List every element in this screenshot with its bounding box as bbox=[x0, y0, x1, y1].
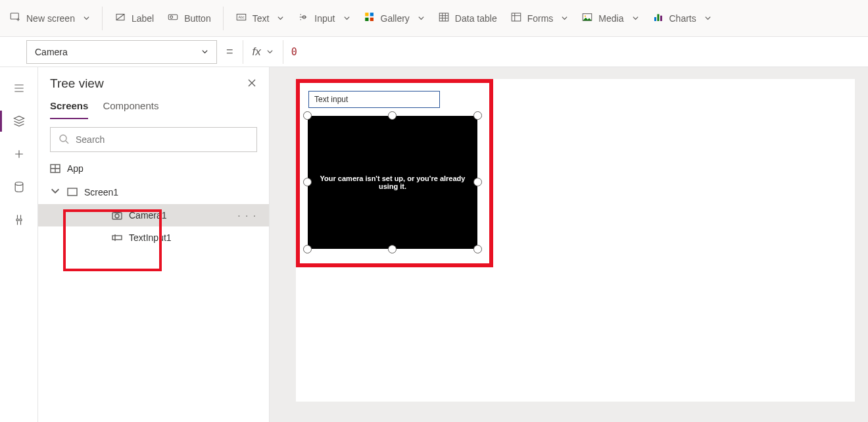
forms-icon bbox=[510, 11, 522, 25]
button-control[interactable]: Button bbox=[160, 6, 217, 30]
charts-icon bbox=[652, 11, 664, 25]
svg-rect-9 bbox=[365, 18, 368, 21]
camera-message: Your camera isn't set up, or you're alre… bbox=[308, 174, 477, 190]
resize-handle[interactable] bbox=[388, 245, 397, 253]
tree-textinput1[interactable]: TextInput1 bbox=[38, 226, 269, 249]
design-canvas[interactable]: Text input Your camera isn't set up, or … bbox=[296, 79, 855, 402]
chevron-down-icon bbox=[418, 13, 425, 24]
formula-input[interactable] bbox=[283, 40, 868, 64]
resize-handle[interactable] bbox=[303, 245, 312, 253]
text-menu[interactable]: Abc Text bbox=[229, 6, 291, 30]
equals-sign: = bbox=[226, 45, 233, 59]
svg-point-18 bbox=[15, 182, 23, 186]
separator bbox=[102, 7, 103, 30]
text-label: Text bbox=[253, 13, 270, 24]
media-menu[interactable]: Media bbox=[575, 6, 645, 30]
screen-icon bbox=[9, 11, 21, 25]
resize-handle[interactable] bbox=[473, 111, 482, 120]
svg-text:Abc: Abc bbox=[238, 15, 244, 19]
left-rail bbox=[0, 67, 38, 422]
svg-rect-26 bbox=[115, 211, 119, 213]
chevron-down-icon bbox=[277, 13, 284, 24]
chevron-down-icon bbox=[83, 13, 90, 24]
resize-handle[interactable] bbox=[473, 245, 482, 253]
ribbon: New screen Label Button Abc Text Input G… bbox=[0, 0, 868, 37]
svg-point-14 bbox=[585, 15, 586, 16]
tree-app[interactable]: App bbox=[38, 157, 269, 180]
chevron-down-icon bbox=[704, 13, 711, 24]
tree-camera1[interactable]: Camera1 · · · bbox=[38, 204, 269, 226]
canvas-area: Text input Your camera isn't set up, or … bbox=[270, 67, 868, 422]
svg-rect-27 bbox=[112, 236, 122, 240]
rail-tree-view[interactable] bbox=[6, 108, 32, 134]
chevron-down-icon bbox=[50, 186, 60, 198]
label-button[interactable]: Label bbox=[108, 6, 160, 30]
input-menu[interactable]: Input bbox=[291, 6, 356, 30]
button-label: Button bbox=[184, 13, 210, 24]
media-label: Media bbox=[598, 13, 623, 24]
search-input[interactable] bbox=[76, 134, 249, 145]
fx-label: fx bbox=[253, 45, 261, 59]
text-input-value: Text input bbox=[314, 95, 348, 104]
new-screen-label: New screen bbox=[26, 13, 75, 24]
table-icon bbox=[438, 11, 450, 25]
tab-components[interactable]: Components bbox=[103, 96, 158, 119]
tree-textinput1-label: TextInput1 bbox=[129, 232, 172, 243]
fx-button[interactable]: fx bbox=[243, 45, 283, 59]
rail-tools[interactable] bbox=[6, 207, 32, 233]
gallery-label: Gallery bbox=[381, 13, 410, 24]
camera-control[interactable]: Your camera isn't set up, or you're alre… bbox=[308, 116, 477, 249]
tree-panel: Tree view Screens Components App Screen1… bbox=[38, 67, 270, 422]
tree-camera1-label: Camera1 bbox=[129, 210, 167, 221]
svg-rect-7 bbox=[365, 13, 368, 16]
text-input-control[interactable]: Text input bbox=[308, 91, 440, 108]
rail-data[interactable] bbox=[6, 174, 32, 200]
svg-rect-11 bbox=[439, 13, 448, 21]
svg-point-20 bbox=[19, 219, 21, 221]
gallery-menu[interactable]: Gallery bbox=[357, 6, 431, 30]
svg-rect-16 bbox=[657, 14, 659, 22]
data-table-button[interactable]: Data table bbox=[431, 6, 504, 30]
chevron-down-icon bbox=[632, 13, 639, 24]
new-screen-button[interactable]: New screen bbox=[3, 6, 97, 30]
tree-app-label: App bbox=[67, 163, 84, 174]
tree-item-more[interactable]: · · · bbox=[238, 210, 257, 221]
forms-menu[interactable]: Forms bbox=[504, 6, 575, 30]
svg-rect-17 bbox=[660, 16, 662, 21]
rail-hamburger[interactable] bbox=[6, 75, 32, 101]
chevron-down-icon bbox=[201, 47, 208, 57]
tree-screen1[interactable]: Screen1 bbox=[38, 180, 269, 204]
svg-rect-0 bbox=[11, 13, 18, 19]
data-table-label: Data table bbox=[455, 13, 497, 24]
property-name: Camera bbox=[35, 47, 68, 57]
label-icon bbox=[114, 11, 126, 25]
svg-rect-23 bbox=[68, 188, 77, 196]
svg-rect-15 bbox=[654, 17, 656, 21]
resize-handle[interactable] bbox=[388, 111, 397, 120]
search-icon bbox=[59, 134, 69, 146]
property-selector[interactable]: Camera bbox=[26, 40, 217, 64]
rail-insert[interactable] bbox=[6, 141, 32, 167]
chevron-down-icon bbox=[343, 13, 350, 24]
media-icon bbox=[581, 11, 593, 25]
svg-point-25 bbox=[115, 214, 119, 218]
tab-screens[interactable]: Screens bbox=[50, 96, 88, 119]
resize-handle[interactable] bbox=[303, 111, 312, 120]
charts-label: Charts bbox=[669, 13, 696, 24]
resize-handle[interactable] bbox=[303, 178, 312, 186]
tree-title: Tree view bbox=[50, 76, 104, 91]
svg-point-19 bbox=[16, 219, 18, 221]
formula-bar: Camera = fx bbox=[0, 37, 868, 67]
chevron-down-icon bbox=[561, 13, 568, 24]
close-icon[interactable] bbox=[247, 78, 257, 90]
charts-menu[interactable]: Charts bbox=[646, 6, 718, 30]
svg-rect-8 bbox=[370, 13, 373, 16]
label-text: Label bbox=[132, 13, 154, 24]
button-icon bbox=[167, 11, 179, 25]
resize-handle[interactable] bbox=[473, 178, 482, 186]
chevron-down-icon bbox=[266, 45, 274, 59]
svg-rect-12 bbox=[512, 13, 521, 21]
input-icon bbox=[297, 11, 309, 25]
svg-point-3 bbox=[170, 16, 173, 18]
tree-search[interactable] bbox=[50, 127, 257, 152]
